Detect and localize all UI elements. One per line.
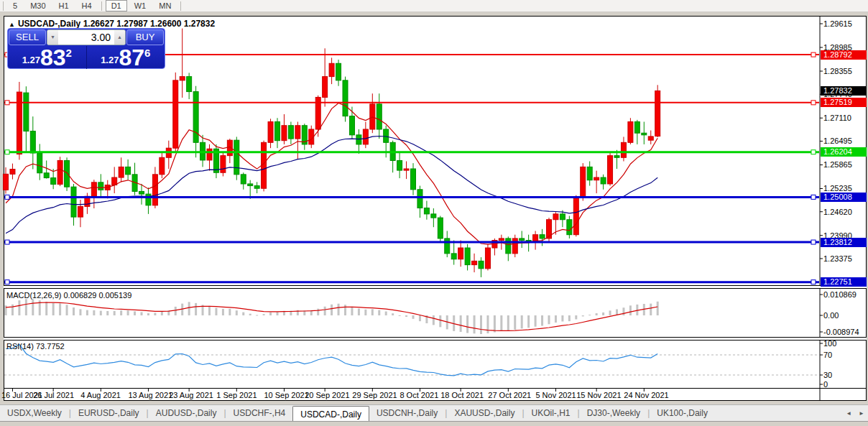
macd-histogram-bar bbox=[460, 315, 462, 332]
macd-histogram-bar bbox=[215, 308, 217, 315]
tab-eurusd-daily[interactable]: EURUSD-,Daily bbox=[71, 405, 147, 421]
macd-histogram-bar bbox=[324, 307, 326, 315]
candle-body bbox=[268, 121, 273, 142]
tab-scroll-left-icon[interactable]: ◄ bbox=[842, 405, 855, 421]
candle-body bbox=[254, 186, 259, 189]
panel-splitter-main-macd[interactable] bbox=[4, 285, 867, 289]
macd-histogram-bar bbox=[114, 311, 116, 315]
candle-body bbox=[323, 77, 328, 98]
candle-body bbox=[451, 254, 456, 259]
tab-dj30-weekly[interactable]: DJ30-,Weekly bbox=[580, 405, 647, 421]
macd-histogram-bar bbox=[79, 309, 81, 315]
candle-body bbox=[465, 248, 470, 265]
macd-histogram-bar bbox=[494, 315, 496, 333]
tab-ukoil-h1[interactable]: UKOil-,H1 bbox=[525, 405, 578, 421]
price-axis-label: 1.28355 bbox=[823, 67, 852, 75]
volume-increase-button[interactable]: ▲ bbox=[114, 30, 125, 45]
macd-histogram-bar bbox=[242, 312, 244, 315]
macd-histogram-bar bbox=[141, 312, 143, 315]
macd-histogram-bar bbox=[596, 313, 598, 315]
macd-histogram-bar bbox=[66, 305, 68, 315]
date-axis-label: 24 Nov 2021 bbox=[624, 391, 668, 399]
macd-histogram-bar bbox=[331, 305, 333, 315]
candle-body bbox=[98, 182, 103, 190]
tab-usdcnh-daily[interactable]: USDCNH-,Daily bbox=[369, 405, 445, 421]
macd-histogram-bar bbox=[277, 312, 279, 315]
macd-histogram-bar bbox=[582, 315, 584, 316]
candle-body bbox=[282, 126, 287, 141]
price-axis-label: 1.24620 bbox=[823, 208, 852, 216]
candle-body bbox=[655, 91, 660, 136]
macd-histogram-bar bbox=[392, 313, 394, 315]
candle-body bbox=[24, 93, 29, 131]
macd-histogram-bar bbox=[555, 315, 557, 323]
candle-body bbox=[411, 169, 416, 190]
level-handle[interactable] bbox=[5, 280, 9, 284]
level-handle[interactable] bbox=[811, 150, 816, 154]
candle-body bbox=[384, 129, 389, 142]
window-bottom-edge bbox=[0, 421, 868, 426]
candle-body bbox=[404, 169, 409, 170]
panel-splitter-macd-rsi[interactable] bbox=[4, 337, 867, 341]
candle-body bbox=[431, 214, 436, 218]
current-price-badge: 1.27832 bbox=[821, 86, 867, 96]
sell-button[interactable]: SELL bbox=[9, 29, 46, 45]
buy-price[interactable]: 1.27876 bbox=[87, 46, 165, 69]
buy-button[interactable]: BUY bbox=[126, 29, 164, 45]
level-handle[interactable] bbox=[5, 240, 9, 244]
candle-body bbox=[363, 129, 368, 144]
candle-body bbox=[506, 239, 511, 254]
candle-body bbox=[4, 174, 9, 190]
rsi-axis-label: 0 bbox=[823, 380, 828, 389]
level-handle[interactable] bbox=[811, 195, 816, 199]
candle-body bbox=[479, 261, 484, 268]
tab-scroll-right-icon[interactable]: ► bbox=[855, 405, 868, 421]
level-handle[interactable] bbox=[811, 52, 816, 57]
sell-price-sup: 2 bbox=[66, 47, 72, 59]
sell-price-prefix: 1.27 bbox=[22, 55, 40, 65]
candle-body bbox=[458, 248, 463, 259]
candle-body bbox=[573, 198, 578, 234]
candle-body bbox=[180, 77, 185, 80]
candle-body bbox=[560, 214, 565, 220]
level-handle[interactable] bbox=[811, 240, 816, 244]
buy-price-prefix: 1.27 bbox=[101, 55, 119, 65]
macd-histogram-bar bbox=[351, 307, 353, 315]
candle-body bbox=[152, 175, 157, 205]
date-axis-label: 1 Sep 2021 bbox=[216, 391, 257, 399]
tab-audusd-daily[interactable]: AUDUSD-,Daily bbox=[149, 405, 224, 421]
macd-histogram-bar bbox=[371, 309, 374, 315]
level-handle[interactable] bbox=[5, 195, 9, 199]
candle-body bbox=[553, 214, 558, 220]
date-axis-label: 5 Nov 2021 bbox=[535, 391, 576, 399]
macd-histogram-bar bbox=[657, 302, 659, 315]
macd-histogram-bar bbox=[45, 302, 47, 315]
tab-usdchf-h4[interactable]: USDCHF-,H4 bbox=[226, 405, 293, 421]
level-handle[interactable] bbox=[5, 101, 9, 105]
tab-xauusd-daily[interactable]: XAUUSD-,Daily bbox=[447, 405, 522, 421]
macd-histogram-bar bbox=[154, 312, 156, 315]
tab-usdx-weekly[interactable]: USDX,Weekly bbox=[0, 405, 69, 421]
sell-price-big: 83 bbox=[40, 47, 66, 68]
volume-input[interactable]: 3.00 bbox=[58, 32, 114, 43]
macd-histogram-bar bbox=[364, 310, 366, 315]
level-handle[interactable] bbox=[5, 150, 9, 154]
candle-body bbox=[377, 104, 382, 129]
macd-histogram-bar bbox=[385, 312, 387, 315]
collapse-panel-icon[interactable]: ▲ bbox=[9, 21, 15, 28]
macd-label: MACD(12,26,9) 0.006829 0.005139 bbox=[6, 291, 131, 300]
price-axis-label: 1.27110 bbox=[823, 114, 851, 122]
level-handle[interactable] bbox=[811, 101, 816, 105]
volume-decrease-button[interactable]: ▼ bbox=[47, 30, 58, 45]
macd-histogram-bar bbox=[32, 299, 34, 315]
price-level-badge: 1.22751 bbox=[821, 277, 867, 287]
sell-price[interactable]: 1.27832 bbox=[8, 46, 87, 69]
tab-uk100-daily[interactable]: UK100-,Daily bbox=[650, 405, 715, 421]
tab-usdcad-daily[interactable]: USDCAD-,Daily bbox=[292, 406, 369, 421]
level-handle[interactable] bbox=[811, 280, 816, 284]
date-axis-label: 10 Sep 2021 bbox=[264, 391, 308, 399]
macd-histogram-bar bbox=[86, 310, 88, 315]
macd-histogram-bar bbox=[439, 315, 441, 327]
candle-body bbox=[71, 187, 76, 217]
candle-body bbox=[65, 160, 70, 187]
